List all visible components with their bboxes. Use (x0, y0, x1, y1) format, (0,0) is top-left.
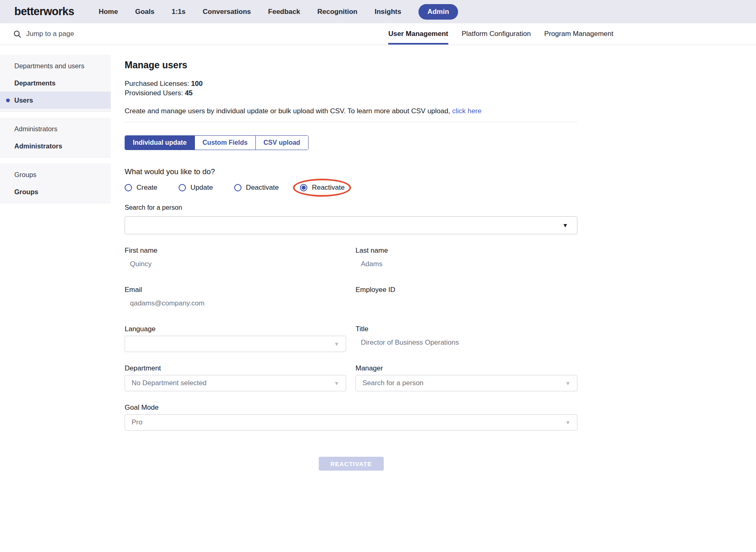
page-title: Manage users (125, 55, 577, 71)
submit-row: REACTIVATE (125, 457, 577, 471)
main-nav: Home Goals 1:1s Conversations Feedback R… (98, 4, 458, 20)
radio-create-control[interactable] (125, 184, 132, 191)
email-label: Email (125, 286, 346, 294)
radio-create-label: Create (136, 184, 157, 192)
goal-mode-field: Goal Mode Pro ▼ (125, 404, 577, 443)
radio-update-control[interactable] (179, 184, 186, 191)
title-label: Title (356, 325, 577, 333)
provisioned-users-line: Provisioned Users: 45 (125, 88, 577, 98)
manager-label: Manager (356, 364, 577, 372)
license-summary: Purchased Licenses: 100 Provisioned User… (125, 79, 577, 98)
email-value[interactable]: qadams@company.com (125, 299, 346, 307)
sidebar-item-users[interactable]: Users (0, 92, 111, 109)
nav-feedback[interactable]: Feedback (268, 8, 300, 16)
purchased-licenses-label: Purchased Licenses: (125, 80, 189, 88)
tab-user-management[interactable]: User Management (388, 23, 448, 45)
tab-platform-configuration[interactable]: Platform Configuration (462, 23, 531, 45)
top-navigation: betterworks Home Goals 1:1s Conversation… (0, 0, 756, 23)
nav-1on1s[interactable]: 1:1s (172, 8, 186, 16)
last-name-value[interactable]: Adams (356, 260, 577, 268)
goal-mode-select[interactable]: Pro ▼ (125, 414, 577, 431)
radio-reactivate-label: Reactivate (312, 184, 344, 192)
admin-section-tabs: User Management Platform Configuration P… (388, 23, 613, 45)
tab-program-management[interactable]: Program Management (544, 23, 613, 45)
secondary-bar: Jump to a page User Management Platform … (0, 23, 756, 45)
nav-recognition[interactable]: Recognition (318, 8, 358, 16)
nav-insights[interactable]: Insights (375, 8, 401, 16)
radio-deactivate[interactable]: Deactivate (234, 184, 279, 192)
csv-upload-learn-more-link[interactable]: click here (452, 107, 481, 115)
chevron-down-icon: ▼ (565, 420, 570, 425)
chevron-down-icon: ▼ (562, 222, 568, 228)
search-person-label: Search for a person (125, 204, 577, 211)
jump-to-page-placeholder: Jump to a page (26, 30, 74, 38)
section-divider (125, 122, 577, 122)
title-field: Title Director of Business Operations (356, 325, 577, 364)
intro-text-body: Create and manage users by individual up… (125, 107, 450, 115)
radio-update[interactable]: Update (179, 184, 213, 192)
first-name-label: First name (125, 247, 346, 254)
intro-text: Create and manage users by individual up… (125, 107, 577, 116)
radio-deactivate-control[interactable] (234, 184, 242, 191)
admin-sidebar: Departments and users Departments Users … (0, 55, 111, 209)
nav-admin[interactable]: Admin (418, 4, 458, 20)
tab-individual-update[interactable]: Individual update (125, 136, 195, 150)
sidebar-header-departments-and-users: Departments and users (0, 57, 111, 74)
radio-deactivate-label: Deactivate (246, 184, 279, 192)
update-mode-tabs: Individual update Custom Fields CSV uplo… (125, 135, 309, 150)
sidebar-item-groups[interactable]: Groups (0, 183, 111, 200)
action-question: What would you like to do? (125, 167, 577, 176)
goal-mode-label: Goal Mode (125, 404, 577, 411)
sidebar-header-groups: Groups (0, 166, 111, 183)
jump-to-page-search[interactable]: Jump to a page (13, 30, 74, 38)
last-name-label: Last name (356, 247, 577, 254)
sidebar-item-administrators[interactable]: Administrators (0, 137, 111, 155)
purchased-licenses-value: 100 (191, 80, 203, 88)
manage-users-content: Manage users Purchased Licenses: 100 Pro… (125, 55, 577, 471)
nav-home[interactable]: Home (98, 8, 118, 16)
action-radio-group: Create Update Deactivate Reactivate (125, 184, 577, 192)
sidebar-section-groups: Groups Groups (0, 164, 111, 203)
sidebar-header-administrators: Administrators (0, 120, 111, 137)
sidebar-item-users-label: Users (14, 96, 33, 104)
radio-reactivate[interactable]: Reactivate (300, 184, 344, 192)
last-name-field: Last name Adams (356, 247, 577, 286)
chevron-down-icon: ▼ (565, 381, 570, 386)
sidebar-section-administrators: Administrators Administrators (0, 118, 111, 157)
first-name-field: First name Quincy (125, 247, 346, 286)
nav-goals[interactable]: Goals (135, 8, 154, 16)
betterworks-logo[interactable]: betterworks (14, 5, 74, 18)
language-field: Language ▼ (125, 325, 346, 364)
provisioned-users-value: 45 (185, 89, 192, 97)
radio-reactivate-control[interactable] (300, 184, 307, 191)
radio-create[interactable]: Create (125, 184, 157, 192)
title-value[interactable]: Director of Business Operations (356, 339, 577, 347)
tab-custom-fields[interactable]: Custom Fields (195, 136, 255, 150)
purchased-licenses-line: Purchased Licenses: 100 (125, 79, 577, 88)
chevron-down-icon: ▼ (334, 341, 339, 347)
manager-field: Manager Search for a person ▼ (356, 364, 577, 404)
nav-conversations[interactable]: Conversations (203, 8, 251, 16)
reactivate-button[interactable]: REACTIVATE (319, 457, 384, 471)
department-select[interactable]: No Department selected ▼ (125, 375, 346, 391)
first-name-value[interactable]: Quincy (125, 260, 346, 268)
tab-csv-upload[interactable]: CSV upload (255, 136, 308, 150)
employee-id-value[interactable] (356, 299, 577, 307)
manager-select[interactable]: Search for a person ▼ (356, 375, 577, 391)
manager-select-placeholder: Search for a person (362, 379, 423, 387)
user-form: First name Quincy Last name Adams Email … (125, 247, 577, 443)
search-person-select[interactable]: ▼ (125, 216, 577, 234)
sidebar-item-departments[interactable]: Departments (0, 74, 111, 92)
employee-id-label: Employee ID (356, 286, 577, 294)
email-field: Email qadams@company.com (125, 286, 346, 325)
radio-update-label: Update (190, 184, 213, 192)
provisioned-users-label: Provisioned Users: (125, 89, 183, 97)
selected-indicator-dot (6, 99, 10, 102)
search-icon (13, 30, 21, 38)
language-select[interactable]: ▼ (125, 336, 346, 352)
employee-id-field: Employee ID (356, 286, 577, 325)
admin-page: betterworks Home Goals 1:1s Conversation… (0, 0, 756, 552)
language-label: Language (125, 325, 346, 333)
department-label: Department (125, 364, 346, 372)
chevron-down-icon: ▼ (334, 381, 339, 386)
